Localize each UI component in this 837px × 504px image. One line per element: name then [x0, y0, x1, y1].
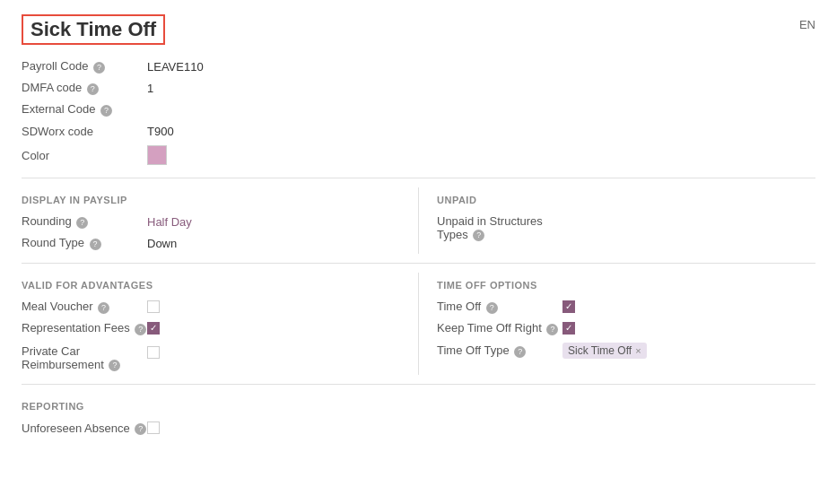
sdworx-code-row: SDWorx code T900: [22, 120, 815, 142]
time-off-options-header: TIME OFF OPTIONS: [437, 273, 815, 296]
time-off-help-icon[interactable]: ?: [486, 302, 498, 314]
dmfa-code-value: 1: [147, 82, 153, 95]
reporting-section: REPORTING Unforeseen Absence ?: [22, 394, 815, 439]
time-off-type-chip-label: Sick Time Off: [568, 344, 632, 357]
sdworx-code-label: SDWorx code: [22, 125, 147, 138]
time-off-type-label: Time Off Type ?: [437, 343, 562, 357]
external-code-help-icon[interactable]: ?: [100, 105, 112, 117]
advantages-timeoptions-section: VALID FOR ADVANTAGES Meal Voucher ? Repr…: [22, 273, 815, 375]
keep-time-off-right-row: Keep Time Off Right ?: [437, 317, 815, 339]
payroll-code-row: Payroll Code ? LEAVE110: [22, 56, 815, 77]
unforeseen-absence-label: Unforeseen Absence ?: [22, 421, 147, 435]
sdworx-code-value: T900: [147, 125, 174, 138]
display-in-payslip-col: DISPLAY IN PAYSLIP Rounding ? Half Day R…: [22, 187, 418, 254]
round-type-row: Round Type ? Down: [22, 232, 400, 254]
rounding-label: Rounding ?: [22, 214, 147, 228]
basic-fields: Payroll Code ? LEAVE110 DMFA code ? 1 Ex…: [22, 56, 815, 169]
payroll-code-label: Payroll Code ?: [22, 59, 147, 73]
round-type-value: Down: [147, 237, 177, 250]
private-car-label: Private Car Reimbursement ?: [22, 343, 147, 371]
unpaid-header: UNPAID: [437, 187, 815, 211]
private-car-checkbox[interactable]: [147, 346, 160, 359]
keep-time-off-right-help-icon[interactable]: ?: [546, 324, 558, 335]
unforeseen-absence-help-icon[interactable]: ?: [135, 423, 146, 435]
display-in-payslip-header: DISPLAY IN PAYSLIP: [22, 187, 400, 211]
unforeseen-absence-checkbox[interactable]: [147, 421, 160, 434]
private-car-help-icon[interactable]: ?: [109, 360, 120, 371]
time-off-type-chip[interactable]: Sick Time Off ×: [562, 343, 647, 359]
time-off-type-help-icon[interactable]: ?: [514, 346, 526, 358]
time-off-label: Time Off ?: [437, 300, 562, 313]
valid-advantages-col: VALID FOR ADVANTAGES Meal Voucher ? Repr…: [22, 273, 418, 375]
time-off-row: Time Off ?: [437, 296, 815, 317]
time-off-type-remove-icon[interactable]: ×: [635, 345, 641, 356]
payroll-code-value: LEAVE110: [147, 60, 204, 74]
unpaid-col: UNPAID Unpaid in Structures Types ?: [418, 187, 815, 254]
reporting-header: REPORTING: [22, 394, 815, 417]
color-row: Color: [22, 142, 815, 169]
page-title: Sick Time Off: [22, 14, 165, 45]
payroll-code-help-icon[interactable]: ?: [93, 62, 105, 74]
unpaid-structures-label: Unpaid in Structures Types ?: [437, 214, 562, 241]
color-label: Color: [22, 149, 147, 162]
representation-fees-label: Representation Fees ?: [22, 321, 147, 335]
meal-voucher-checkbox[interactable]: [147, 300, 160, 313]
meal-voucher-row: Meal Voucher ?: [22, 296, 400, 317]
dmfa-code-label: DMFA code ?: [22, 81, 147, 94]
rounding-value: Half Day: [147, 215, 192, 229]
external-code-label: External Code ?: [22, 102, 147, 116]
keep-time-off-right-checkbox[interactable]: [562, 322, 575, 335]
round-type-label: Round Type ?: [22, 236, 147, 249]
keep-time-off-right-label: Keep Time Off Right ?: [437, 321, 562, 335]
round-type-help-icon[interactable]: ?: [90, 239, 101, 250]
rounding-help-icon[interactable]: ?: [76, 217, 88, 229]
representation-fees-row: Representation Fees ?: [22, 317, 400, 339]
payslip-unpaid-section: DISPLAY IN PAYSLIP Rounding ? Half Day R…: [22, 187, 815, 254]
rounding-row: Rounding ? Half Day: [22, 211, 400, 232]
external-code-row: External Code ?: [22, 99, 815, 120]
language-indicator: EN: [799, 14, 815, 31]
meal-voucher-help-icon[interactable]: ?: [98, 302, 109, 314]
valid-advantages-header: VALID FOR ADVANTAGES: [22, 273, 400, 296]
meal-voucher-label: Meal Voucher ?: [22, 300, 147, 313]
unforeseen-absence-row: Unforeseen Absence ?: [22, 417, 815, 439]
color-swatch[interactable]: [147, 145, 167, 165]
representation-fees-help-icon[interactable]: ?: [135, 324, 146, 335]
time-off-options-col: TIME OFF OPTIONS Time Off ? Keep Time Of…: [418, 273, 815, 375]
time-off-checkbox[interactable]: [562, 300, 575, 313]
unpaid-structures-row: Unpaid in Structures Types ?: [437, 211, 815, 245]
time-off-type-row: Time Off Type ? Sick Time Off ×: [437, 339, 815, 362]
private-car-row: Private Car Reimbursement ?: [22, 339, 400, 375]
unpaid-structures-help-icon[interactable]: ?: [473, 230, 484, 241]
representation-fees-checkbox[interactable]: [147, 322, 160, 335]
dmfa-code-row: DMFA code ? 1: [22, 77, 815, 99]
dmfa-code-help-icon[interactable]: ?: [87, 83, 99, 95]
